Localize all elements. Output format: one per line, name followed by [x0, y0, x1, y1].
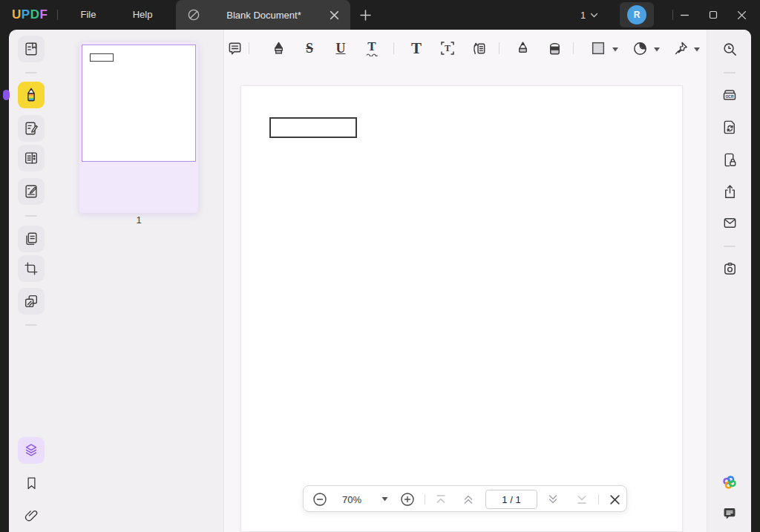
sidebar-divider [724, 246, 736, 247]
sidebar-item-organize[interactable] [18, 226, 45, 252]
stamp-dropdown-caret[interactable] [694, 47, 700, 52]
text-icon: T [411, 39, 422, 58]
ai-assistant-button[interactable] [716, 469, 743, 496]
pdf-page[interactable] [240, 85, 683, 532]
convert-icon [721, 119, 738, 136]
thumbnail-panel: 1 [53, 30, 224, 532]
zoom-in-button[interactable] [399, 486, 416, 513]
pencil-tool-button[interactable] [512, 38, 533, 59]
document-viewport[interactable] [224, 67, 707, 532]
mail-icon [721, 214, 738, 231]
watermark-icon [23, 293, 39, 309]
active-mode-indicator [3, 90, 10, 100]
eraser-icon [546, 40, 563, 57]
svg-text:T: T [445, 43, 451, 53]
comment-icon [226, 40, 243, 57]
sticker-tool-button[interactable] [629, 38, 650, 59]
crop-icon [23, 260, 39, 277]
shape-dropdown-caret[interactable] [612, 47, 618, 52]
previous-page-button[interactable] [460, 486, 476, 513]
sidebar-item-bookmarks[interactable] [18, 470, 45, 496]
email-button[interactable] [716, 209, 743, 236]
close-window-button[interactable] [730, 0, 753, 30]
textbox-icon: T [439, 39, 456, 57]
organize-pages-icon [23, 231, 39, 247]
app-shell: 1 S U T T [9, 30, 751, 532]
sidebar-item-comment[interactable] [18, 82, 45, 108]
shape-tool-button[interactable] [588, 38, 609, 59]
zoom-bar: 70% 1 / 1 [303, 485, 627, 512]
annotation-toolbar: S U T T T [224, 30, 707, 67]
close-zoombar-button[interactable] [606, 486, 623, 513]
share-button[interactable] [716, 178, 743, 205]
stamp-tool-button[interactable] [670, 38, 691, 59]
title-bar: UPDF File Help Blank Document* 1 R [0, 0, 760, 30]
eraser-tool-button[interactable] [544, 38, 565, 59]
callout-icon [471, 40, 488, 57]
minimize-button[interactable] [672, 0, 696, 30]
open-documents-dropdown[interactable]: 1 [580, 0, 598, 30]
toolbar-divider [249, 42, 249, 54]
sidebar-item-watermark[interactable] [18, 288, 45, 315]
layers-icon [23, 442, 39, 459]
ocr-button[interactable]: OCR [716, 82, 743, 108]
convert-button[interactable] [716, 114, 743, 140]
sidebar-item-reader[interactable] [18, 36, 45, 62]
avatar: R [627, 5, 646, 24]
new-tab-button[interactable] [356, 6, 374, 24]
toolbar-divider [393, 42, 394, 54]
zoom-level[interactable]: 70% [335, 486, 368, 513]
ocr-icon: OCR [721, 86, 738, 104]
first-page-icon [434, 493, 448, 506]
protect-icon [721, 151, 738, 168]
squiggly-tool-button[interactable]: T [361, 38, 382, 59]
sidebar-item-sign[interactable] [18, 178, 45, 205]
thumbnail-page-preview [82, 45, 196, 162]
search-button[interactable] [716, 36, 743, 62]
text-tool-button[interactable]: T [406, 38, 427, 59]
right-sidebar: OCR [707, 30, 751, 532]
highlight-icon [270, 40, 287, 57]
page-indicator-input[interactable]: 1 / 1 [485, 490, 537, 509]
sidebar-item-crop[interactable] [18, 255, 45, 282]
sidebar-item-forms[interactable] [18, 145, 45, 171]
edit-page-icon [23, 120, 39, 137]
sticker-dropdown-caret[interactable] [654, 47, 660, 52]
menu-help[interactable]: Help [126, 0, 159, 30]
next-page-icon [546, 493, 560, 506]
next-page-button[interactable] [545, 486, 561, 513]
snapshot-button[interactable] [716, 255, 743, 282]
comment-tool-button[interactable] [224, 38, 245, 59]
thumbnail-page-number: 1 [79, 214, 198, 226]
first-page-button[interactable] [433, 486, 449, 513]
search-icon [721, 41, 738, 58]
account-button[interactable]: R [620, 2, 654, 27]
feedback-button[interactable] [716, 500, 743, 527]
document-tab[interactable]: Blank Document* [176, 0, 350, 30]
tab-title: Blank Document* [201, 10, 327, 21]
sidebar-item-layers[interactable] [18, 437, 45, 464]
maximize-button[interactable] [701, 0, 725, 30]
paperclip-icon [24, 508, 39, 524]
underline-tool-button[interactable]: U [330, 38, 351, 59]
svg-text:OCR: OCR [725, 94, 734, 99]
sticker-icon [632, 40, 649, 57]
rectangle-annotation[interactable] [269, 117, 357, 138]
callout-tool-button[interactable] [468, 38, 489, 59]
textbox-tool-button[interactable]: T [437, 38, 458, 59]
thumbnail-rect-annotation [90, 53, 114, 62]
last-page-button[interactable] [574, 486, 590, 513]
highlight-tool-button[interactable] [268, 38, 289, 59]
menu-file[interactable]: File [72, 0, 105, 30]
highlighter-icon [23, 87, 39, 103]
toolbar-divider [499, 42, 499, 54]
sidebar-item-edit[interactable] [18, 115, 45, 142]
sidebar-item-attachments[interactable] [18, 502, 45, 529]
tab-close-icon[interactable] [327, 7, 341, 22]
strikethrough-tool-button[interactable]: S [299, 38, 320, 59]
updf-logo: UPDF [12, 0, 48, 30]
page-thumbnail[interactable] [79, 42, 198, 213]
zoom-dropdown-caret[interactable] [379, 486, 390, 513]
zoom-out-button[interactable] [312, 486, 328, 513]
protect-button[interactable] [716, 146, 743, 173]
